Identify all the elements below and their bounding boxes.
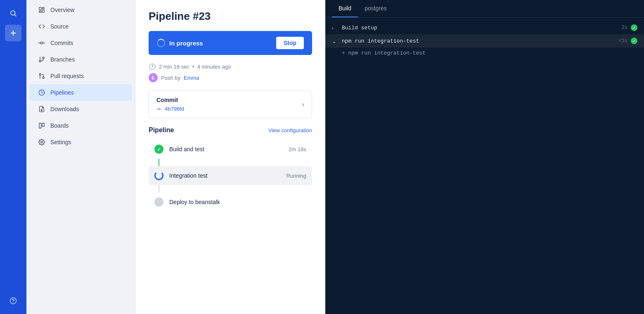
sidebar-item-downloads-label: Downloads (50, 106, 79, 112)
log-row-npm-run-sub[interactable]: + npm run integration-test (325, 48, 644, 59)
search-button[interactable] (5, 5, 21, 21)
commit-expand-icon[interactable]: › (302, 101, 304, 108)
sidebar-item-pipelines-label: Pipelines (50, 89, 74, 96)
step-name-deploy: Deploy to beanstalk (169, 199, 306, 205)
svg-point-23 (41, 141, 43, 143)
commit-hash[interactable]: 4b798fd (165, 106, 184, 112)
svg-point-24 (158, 108, 160, 110)
push-prefix: Push by (161, 75, 180, 81)
log-text-npm-run: npm run integration-test (342, 38, 618, 44)
page-title: Pipeline #23 (149, 10, 312, 23)
log-success-icon-build-setup: ✓ (631, 24, 637, 31)
svg-point-10 (40, 42, 43, 44)
commit-info: Commit 4b798fd (156, 97, 184, 112)
svg-line-1 (14, 14, 16, 16)
sidebar-item-commits[interactable]: Commits (30, 35, 132, 51)
sidebar-item-pull-requests-label: Pull requests (50, 73, 84, 79)
pipeline-section-title: Pipeline (149, 126, 174, 134)
sidebar-item-pull-requests[interactable]: Pull requests (30, 68, 132, 84)
step-name-build-test: Build and test (169, 146, 283, 152)
step-connector-1 (159, 159, 159, 166)
svg-rect-7 (42, 7, 44, 9)
settings-icon (38, 138, 45, 146)
log-row-npm-run[interactable]: ⌄ npm run integration-test <1s ✓ (325, 34, 644, 48)
step-success-icon: ✓ (154, 145, 163, 154)
log-success-icon-npm-run: ✓ (631, 38, 637, 44)
log-time-npm-run: <1s (618, 38, 627, 44)
main-content: Pipeline #23 In progress Stop 🕐 2 min 18… (135, 0, 325, 314)
pipelines-icon (38, 89, 45, 96)
step-duration-build-test: 2m 18s (289, 146, 306, 152)
pipeline-steps: ✓ Build and test 2m 18s Integration test… (149, 140, 312, 212)
pipeline-step-build-test[interactable]: ✓ Build and test 2m 18s (149, 140, 312, 159)
source-icon (38, 23, 45, 30)
status-bar: In progress Stop (149, 31, 312, 55)
log-text-npm-run-sub: + npm run integration-test (342, 50, 637, 56)
sidebar-item-commits-label: Commits (50, 40, 73, 46)
log-row-build-setup[interactable]: › Build setup 2s ✓ (325, 21, 644, 34)
avatar: E (149, 73, 158, 82)
overview-icon (38, 6, 45, 14)
pipeline-step-integration-test[interactable]: Integration test Running (149, 166, 312, 185)
commit-label: Commit (156, 97, 184, 103)
sidebar-item-boards[interactable]: Boards (30, 117, 132, 134)
add-button[interactable] (5, 25, 21, 41)
pipeline-step-deploy[interactable]: Deploy to beanstalk (149, 193, 312, 212)
svg-rect-6 (39, 7, 41, 10)
svg-rect-9 (39, 11, 41, 12)
stop-button[interactable]: Stop (276, 37, 304, 49)
commit-box: Commit 4b798fd › (149, 90, 312, 118)
step-connector-2 (159, 185, 159, 193)
commits-icon (38, 39, 45, 47)
sidebar-item-source[interactable]: Source (30, 18, 132, 35)
svg-rect-21 (39, 123, 41, 128)
sidebar-item-source-label: Source (50, 23, 69, 30)
progress-spinner (157, 39, 165, 47)
pusher-name: Emma (184, 75, 199, 81)
log-time-build-setup: 2s (622, 25, 627, 31)
sidebar-item-branches-label: Branches (50, 56, 75, 63)
view-config-link[interactable]: View configuration (268, 127, 312, 133)
help-button[interactable] (5, 293, 21, 309)
expand-icon-build-setup: › (332, 25, 339, 31)
sidebar-item-overview-label: Overview (50, 7, 74, 13)
pipeline-header: Pipeline View configuration (149, 126, 312, 134)
svg-rect-22 (42, 123, 44, 126)
downloads-icon (38, 105, 45, 113)
right-panel-content: › Build setup 2s ✓ ⌄ npm run integration… (325, 18, 644, 314)
sidebar-item-pipelines[interactable]: Pipelines (30, 84, 132, 101)
tab-postgres[interactable]: postgres (358, 0, 393, 17)
sidebar-item-branches[interactable]: Branches (30, 51, 132, 68)
boards-icon (38, 122, 45, 129)
meta-duration: 🕐 2 min 18 sec • 4 minutes ago (149, 63, 312, 70)
step-name-integration-test: Integration test (169, 172, 281, 179)
push-info: E Push by Emma (149, 73, 312, 82)
step-status-integration-test: Running (286, 173, 306, 179)
right-panel-tabs: Build postgres (325, 0, 644, 18)
expand-icon-npm-run: ⌄ (332, 38, 339, 44)
status-in-progress: In progress (157, 39, 203, 47)
sidebar-item-downloads[interactable]: Downloads (30, 101, 132, 117)
icon-bar (0, 0, 26, 314)
branches-icon (38, 56, 45, 63)
duration-text: 2 min 18 sec • 4 minutes ago (159, 64, 231, 70)
step-running-icon (154, 171, 163, 180)
status-label: In progress (169, 40, 203, 47)
right-panel: Build postgres › Build setup 2s ✓ ⌄ npm … (325, 0, 644, 314)
log-text-build-setup: Build setup (342, 25, 622, 31)
clock-icon: 🕐 (149, 63, 156, 70)
sidebar-item-overview[interactable]: Overview (30, 2, 132, 18)
tab-build[interactable]: Build (332, 0, 358, 17)
step-pending-icon (154, 197, 163, 207)
sidebar-item-boards-label: Boards (50, 122, 69, 129)
commit-hash-row: 4b798fd (156, 106, 184, 112)
sidebar-item-settings[interactable]: Settings (30, 134, 132, 150)
svg-rect-8 (42, 10, 44, 12)
sidebar-item-settings-label: Settings (50, 139, 71, 145)
pull-requests-icon (38, 72, 45, 80)
sidebar: Overview Source Commits Branches Pull re… (26, 0, 135, 314)
